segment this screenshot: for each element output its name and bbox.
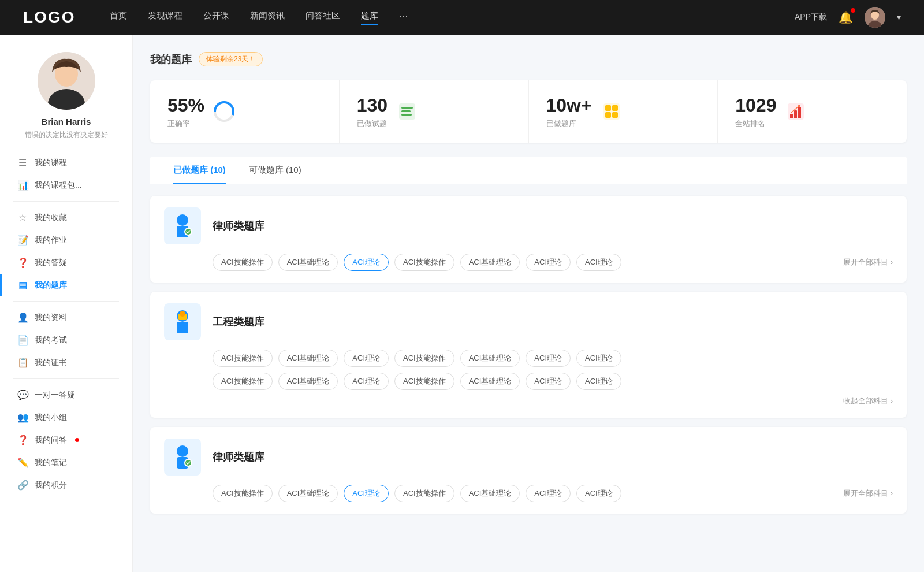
stat-accuracy-label: 正确率	[167, 118, 204, 129]
svg-rect-16	[605, 112, 611, 118]
tag-2-1-3[interactable]: ACI理论	[344, 350, 389, 367]
bank-card-3-tags: ACI技能操作 ACI基础理论 ACI理论 ACI技能操作 ACI基础理论 AC…	[213, 485, 832, 502]
sidebar-item-my-qa[interactable]: ❓ 我的问答	[0, 429, 132, 451]
tag-2-2-6[interactable]: ACI理论	[526, 373, 571, 390]
sidebar-label-one-on-one: 一对一答疑	[35, 390, 75, 400]
tag-2-2-7[interactable]: ACI理论	[576, 373, 621, 390]
tag-3-1[interactable]: ACI技能操作	[213, 485, 273, 502]
sidebar-menu: ☰ 我的课程 📊 我的课程包... ☆ 我的收藏 📝 我的作业 ❓ 我的答疑 ▤	[0, 151, 132, 496]
navbar: LOGO 首页 发现课程 公开课 新闻资讯 问答社区 题库 ··· APP下载 …	[0, 0, 924, 35]
trial-badge: 体验剩余23天！	[199, 52, 263, 66]
expand-link-1[interactable]: 展开全部科目 ›	[832, 257, 893, 268]
svg-rect-20	[794, 110, 797, 118]
notification-bell[interactable]: 🔔	[839, 10, 853, 24]
sidebar-item-favorites[interactable]: ☆ 我的收藏	[0, 206, 132, 229]
bank-card-1-tags: ACI技能操作 ACI基础理论 ACI理论 ACI技能操作 ACI基础理论 AC…	[213, 254, 832, 271]
tag-3-7[interactable]: ACI理论	[576, 485, 621, 502]
bank-icon: ▤	[17, 280, 28, 291]
svg-rect-21	[798, 107, 801, 118]
stats-row: 55% 正确率 130 已做试题	[150, 80, 907, 143]
sidebar-item-course-package[interactable]: 📊 我的课程包...	[0, 174, 132, 196]
engineer-icon	[164, 303, 201, 340]
sidebar-divider-3	[13, 378, 119, 379]
app-download-link[interactable]: APP下载	[795, 12, 827, 23]
done-banks-icon	[600, 100, 623, 123]
sidebar-label-course-package: 我的课程包...	[35, 180, 82, 191]
nav-home[interactable]: 首页	[110, 10, 127, 25]
tag-2-1-2[interactable]: ACI基础理论	[278, 350, 338, 367]
tag-2-2-1[interactable]: ACI技能操作	[213, 373, 273, 390]
bank-title-1: 律师类题库	[213, 219, 264, 233]
sidebar-item-group[interactable]: 👥 我的小组	[0, 406, 132, 429]
bank-card-3-header: 律师类题库	[164, 439, 893, 476]
tag-1-5[interactable]: ACI基础理论	[460, 254, 520, 271]
nav-more[interactable]: ···	[399, 10, 408, 25]
tag-2-2-3[interactable]: ACI理论	[344, 373, 389, 390]
sidebar-item-qa[interactable]: ❓ 我的答疑	[0, 251, 132, 274]
tab-done-banks[interactable]: 已做题库 (10)	[162, 157, 237, 184]
svg-point-23	[177, 214, 188, 226]
sidebar-item-homework[interactable]: 📝 我的作业	[0, 229, 132, 251]
svg-point-31	[177, 445, 188, 457]
nav-discover[interactable]: 发现课程	[148, 10, 182, 25]
sidebar-item-one-on-one[interactable]: 💬 一对一答疑	[0, 384, 132, 406]
nav-bank[interactable]: 题库	[361, 10, 378, 25]
tag-2-1-1[interactable]: ACI技能操作	[213, 350, 273, 367]
sidebar-item-points[interactable]: 🔗 我的积分	[0, 474, 132, 496]
tag-2-1-6[interactable]: ACI理论	[526, 350, 571, 367]
user-avatar-nav[interactable]	[865, 7, 885, 28]
expand-link-3[interactable]: 展开全部科目 ›	[832, 488, 893, 499]
svg-rect-12	[401, 114, 412, 116]
notification-badge	[851, 8, 855, 13]
tag-2-2-2[interactable]: ACI基础理论	[278, 373, 338, 390]
tag-2-2-5[interactable]: ACI基础理论	[460, 373, 520, 390]
user-dropdown-arrow[interactable]: ▾	[897, 13, 901, 22]
page-header: 我的题库 体验剩余23天！	[150, 52, 907, 66]
sidebar-item-my-course[interactable]: ☰ 我的课程	[0, 151, 132, 174]
tag-2-1-5[interactable]: ACI基础理论	[460, 350, 520, 367]
sidebar-label-exam: 我的考试	[35, 335, 67, 346]
tag-1-4[interactable]: ACI技能操作	[394, 254, 454, 271]
sidebar-label-bank: 我的题库	[35, 280, 67, 291]
sidebar-label-my-course: 我的课程	[35, 158, 67, 168]
bank-card-3-tags-row: ACI技能操作 ACI基础理论 ACI理论 ACI技能操作 ACI基础理论 AC…	[164, 485, 893, 502]
tag-3-4[interactable]: ACI技能操作	[394, 485, 454, 502]
nav-qa[interactable]: 问答社区	[305, 10, 340, 25]
sidebar-item-profile[interactable]: 👤 我的资料	[0, 306, 132, 329]
tag-1-1[interactable]: ACI技能操作	[213, 254, 273, 271]
logo: LOGO	[23, 8, 75, 27]
bank-card-1-header: 律师类题库	[164, 207, 893, 244]
lawyer-icon-2	[164, 439, 201, 476]
nav-open-course[interactable]: 公开课	[203, 10, 229, 25]
stat-done-banks: 10w+ 已做题库	[529, 80, 718, 143]
sidebar-label-homework: 我的作业	[35, 235, 67, 246]
tag-2-1-7[interactable]: ACI理论	[576, 350, 621, 367]
tag-3-2[interactable]: ACI基础理论	[278, 485, 338, 502]
tag-1-6[interactable]: ACI理论	[526, 254, 571, 271]
collapse-link-2[interactable]: 收起全部科目 ›	[213, 396, 893, 406]
nav-news[interactable]: 新闻资讯	[250, 10, 285, 25]
svg-rect-28	[177, 322, 188, 333]
tag-1-3[interactable]: ACI理论	[344, 254, 389, 271]
stat-site-rank: 1029 全站排名	[718, 80, 907, 143]
main-content: 我的题库 体验剩余23天！ 55% 正确率	[133, 35, 924, 572]
bank-title-3: 律师类题库	[213, 450, 264, 464]
tag-2-1-4[interactable]: ACI技能操作	[394, 350, 454, 367]
tag-1-7[interactable]: ACI理论	[576, 254, 621, 271]
tag-1-2[interactable]: ACI基础理论	[278, 254, 338, 271]
exam-icon: 📄	[17, 335, 28, 346]
bank-card-lawyer-1: 律师类题库 ACI技能操作 ACI基础理论 ACI理论 ACI技能操作 ACI基…	[150, 196, 907, 283]
stat-done-questions-label: 已做试题	[357, 118, 388, 129]
sidebar-item-exam[interactable]: 📄 我的考试	[0, 329, 132, 351]
sidebar-item-notes[interactable]: ✏️ 我的笔记	[0, 451, 132, 474]
tag-3-5[interactable]: ACI基础理论	[460, 485, 520, 502]
tag-3-3[interactable]: ACI理论	[344, 485, 389, 502]
sidebar-item-bank[interactable]: ▤ 我的题库	[0, 274, 132, 296]
notes-icon: ✏️	[17, 457, 28, 468]
sidebar-item-certificate[interactable]: 📋 我的证书	[0, 351, 132, 374]
svg-point-22	[798, 105, 800, 107]
tag-3-6[interactable]: ACI理论	[526, 485, 571, 502]
group-icon: 👥	[17, 412, 28, 423]
tab-available-banks[interactable]: 可做题库 (10)	[237, 157, 313, 184]
tag-2-2-4[interactable]: ACI技能操作	[394, 373, 454, 390]
